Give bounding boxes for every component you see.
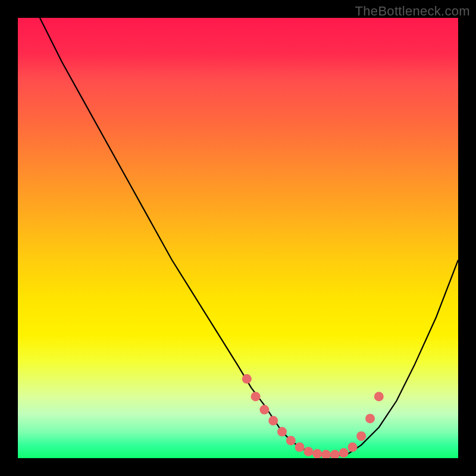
fit-marker: [268, 416, 278, 425]
fit-marker: [321, 450, 331, 458]
fit-marker: [374, 392, 384, 401]
fit-marker: [347, 443, 357, 452]
fit-marker: [303, 447, 313, 456]
curve-path: [40, 18, 458, 456]
fit-marker: [295, 443, 305, 452]
fit-markers: [242, 374, 384, 458]
fit-marker: [251, 392, 261, 401]
fit-marker: [356, 431, 366, 441]
fit-marker: [365, 414, 375, 423]
plot-area: [18, 18, 458, 458]
fit-marker: [242, 374, 252, 384]
fit-marker: [259, 405, 269, 415]
watermark-text: TheBottleneck.com: [355, 4, 470, 19]
chart-svg: [18, 18, 458, 458]
fit-marker: [339, 448, 349, 458]
fit-marker: [312, 449, 322, 458]
fit-marker: [330, 450, 340, 458]
curve-line: [40, 18, 458, 456]
chart-container: TheBottleneck.com: [0, 0, 476, 476]
fit-marker: [286, 436, 296, 445]
fit-marker: [277, 427, 287, 437]
